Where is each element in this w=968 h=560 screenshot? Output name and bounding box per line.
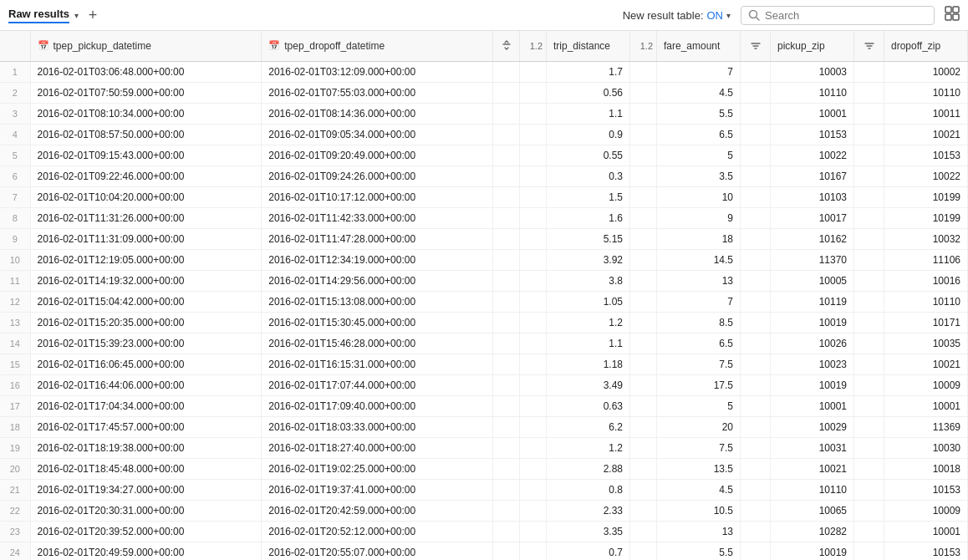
header: Raw results ▾ + New result table: ON ▾ (0, 0, 968, 31)
row-number: 10 (0, 249, 30, 270)
fare-amount: 7.5 (657, 437, 741, 458)
sort-empty (493, 82, 520, 103)
col-header-pickup-datetime[interactable]: 📅 tpep_pickup_datetime (30, 31, 262, 61)
fare-amount: 18 (657, 228, 741, 249)
sort-empty (493, 395, 520, 416)
col12a-empty (520, 124, 547, 145)
col12a-empty (520, 228, 547, 249)
trip-distance: 1.2 (547, 312, 630, 333)
dropoff-zip: 10009 (884, 374, 968, 395)
col12a-empty (520, 145, 547, 165)
fare-amount: 8.5 (657, 312, 741, 333)
row-number: 8 (0, 207, 30, 228)
row-number: 24 (0, 542, 30, 560)
dropoff-zip: 10011 (884, 103, 968, 124)
sort-empty (493, 103, 520, 124)
col12a-empty (520, 270, 547, 291)
fare-amount: 10 (657, 186, 741, 207)
dropoff-datetime: 2016-02-01T09:24:26.000+00:00 (262, 165, 493, 186)
pickup-zip: 10031 (771, 437, 854, 458)
trip-distance: 2.33 (547, 500, 630, 521)
tab-dropdown-icon[interactable]: ▾ (74, 11, 79, 20)
sort2-empty (741, 312, 771, 333)
search-input[interactable] (765, 9, 927, 22)
pickup-zip: 10153 (771, 124, 854, 145)
pickup-zip: 10001 (771, 103, 854, 124)
col-header-row-num (0, 31, 30, 61)
dropoff-datetime: 2016-02-01T19:37:41.000+00:00 (262, 479, 493, 500)
col12b-empty (630, 437, 657, 458)
col-header-sort-action[interactable] (493, 31, 520, 61)
sort3-empty (854, 249, 884, 270)
sort3-empty (854, 437, 884, 458)
col12b-empty (630, 291, 657, 312)
col-header-12a[interactable]: 1.2 (520, 31, 547, 61)
fare-amount: 14.5 (657, 249, 741, 270)
col-header-fare-amount[interactable]: fare_amount (657, 31, 741, 61)
sort2-empty (741, 207, 771, 228)
pickup-zip: 10019 (771, 542, 854, 560)
sort-empty (493, 416, 520, 437)
dropoff-datetime: 2016-02-01T15:30:45.000+00:00 (262, 312, 493, 333)
pickup-datetime: 2016-02-01T08:57:50.000+00:00 (30, 124, 262, 145)
table-row: 242016-02-01T20:49:59.000+00:002016-02-0… (0, 542, 968, 560)
dropoff-zip: 10009 (884, 500, 968, 521)
dropoff-datetime: 2016-02-01T19:02:25.000+00:00 (262, 458, 493, 479)
trip-distance: 1.6 (547, 207, 630, 228)
new-result-table-toggle[interactable]: New result table: ON ▾ (623, 9, 731, 22)
col12b-empty (630, 416, 657, 437)
add-tab-button[interactable]: + (84, 6, 102, 24)
toggle-dropdown-icon[interactable]: ▾ (726, 11, 731, 20)
pickup-datetime: 2016-02-01T16:44:06.000+00:00 (30, 374, 262, 395)
dropoff-zip: 10001 (884, 521, 968, 542)
pickup-datetime: 2016-02-01T15:20:35.000+00:00 (30, 312, 262, 333)
pickup-datetime: 2016-02-01T17:45:57.000+00:00 (30, 416, 262, 437)
tab-raw-results[interactable]: Raw results (8, 8, 69, 23)
col12b-empty (630, 374, 657, 395)
col-header-dropoff-datetime[interactable]: 📅 tpep_dropoff_datetime (262, 31, 493, 61)
col-header-sort2[interactable] (741, 31, 771, 61)
col-header-pickup-zip[interactable]: pickup_zip (771, 31, 854, 61)
table-row: 132016-02-01T15:20:35.000+00:002016-02-0… (0, 312, 968, 333)
sort3-empty (854, 145, 884, 165)
col-header-12b[interactable]: 1.2 (630, 31, 657, 61)
table-row: 62016-02-01T09:22:46.000+00:002016-02-01… (0, 165, 968, 186)
pickup-datetime: 2016-02-01T11:31:09.000+00:00 (30, 228, 262, 249)
pickup-zip: 10021 (771, 458, 854, 479)
row-number: 13 (0, 312, 30, 333)
dropoff-datetime: 2016-02-01T16:15:31.000+00:00 (262, 354, 493, 374)
col12a-empty (520, 458, 547, 479)
dropoff-datetime: 2016-02-01T14:29:56.000+00:00 (262, 270, 493, 291)
sort2-empty (741, 437, 771, 458)
row-number: 15 (0, 354, 30, 374)
sort-empty (493, 249, 520, 270)
pickup-datetime: 2016-02-01T20:30:31.000+00:00 (30, 500, 262, 521)
table-row: 122016-02-01T15:04:42.000+00:002016-02-0… (0, 291, 968, 312)
sort-empty (493, 124, 520, 145)
pickup-datetime: 2016-02-01T17:04:34.000+00:00 (30, 395, 262, 416)
sort-empty (493, 374, 520, 395)
trip-distance: 0.3 (547, 165, 630, 186)
dropoff-zip: 10199 (884, 186, 968, 207)
table-row: 112016-02-01T14:19:32.000+00:002016-02-0… (0, 270, 968, 291)
col-header-sort3[interactable] (854, 31, 884, 61)
dropoff-zip: 10153 (884, 479, 968, 500)
trip-distance: 5.15 (547, 228, 630, 249)
sort3-empty (854, 103, 884, 124)
col-header-trip-distance[interactable]: trip_distance (547, 31, 630, 61)
trip-distance: 1.5 (547, 186, 630, 207)
dropoff-zip: 10002 (884, 61, 968, 82)
sort2-empty (741, 228, 771, 249)
col12b-empty (630, 165, 657, 186)
col12b-empty (630, 228, 657, 249)
table-row: 182016-02-01T17:45:57.000+00:002016-02-0… (0, 416, 968, 437)
col12b-empty (630, 333, 657, 354)
row-number: 2 (0, 82, 30, 103)
row-number: 14 (0, 333, 30, 354)
sort-empty (493, 145, 520, 165)
pickup-datetime: 2016-02-01T20:49:59.000+00:00 (30, 542, 262, 560)
table-row: 162016-02-01T16:44:06.000+00:002016-02-0… (0, 374, 968, 395)
layout-button[interactable] (945, 6, 960, 24)
sort3-empty (854, 479, 884, 500)
col-header-dropoff-zip[interactable]: dropoff_zip (884, 31, 968, 61)
